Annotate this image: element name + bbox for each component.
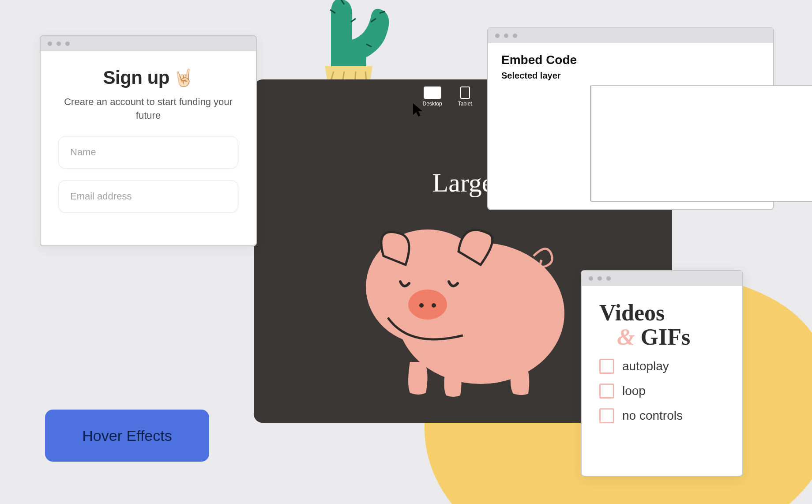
signup-title-text: Sign up (103, 67, 169, 88)
desktop-icon (424, 87, 441, 99)
option-loop[interactable]: loop (599, 384, 725, 399)
cactus-illustration (300, 0, 397, 93)
name-field[interactable] (58, 136, 238, 169)
window-dot (65, 41, 70, 46)
cursor-icon (412, 102, 424, 117)
device-label: Tablet (458, 101, 472, 107)
tablet-icon (460, 87, 470, 99)
svg-point-13 (419, 303, 424, 308)
window-dot (495, 34, 500, 38)
hover-button-label: Hover Effects (82, 427, 172, 444)
email-field[interactable] (58, 180, 238, 213)
videos-title-line1: Videos (599, 300, 665, 325)
pig-illustration (348, 203, 578, 397)
ampersand-icon: & (617, 324, 635, 350)
option-no-controls[interactable]: no controls (599, 408, 725, 423)
window-titlebar (488, 28, 773, 43)
rock-hand-icon: 🤘🏻 (173, 68, 194, 87)
checkbox-icon (599, 359, 614, 374)
signup-subtitle: Creare an account to start funding your … (58, 95, 238, 123)
option-autoplay[interactable]: autoplay (599, 359, 725, 374)
window-dot (504, 34, 508, 38)
device-label: Desktop (423, 101, 442, 107)
videos-title: Videos & GIFs (599, 301, 725, 349)
device-desktop-button[interactable]: Desktop (423, 87, 442, 107)
window-titlebar (41, 36, 256, 51)
window-dot (606, 276, 611, 281)
option-label: loop (622, 384, 646, 398)
svg-point-12 (408, 290, 447, 320)
window-dot (513, 34, 517, 38)
signup-window: Sign up 🤘🏻 Creare an account to start fu… (40, 35, 257, 246)
device-tablet-button[interactable]: Tablet (458, 87, 472, 107)
signup-title: Sign up 🤘🏻 (103, 67, 194, 88)
checkbox-icon (599, 384, 614, 399)
hover-effects-button[interactable]: Hover Effects (45, 410, 209, 462)
embed-code-textarea[interactable] (590, 85, 812, 202)
videos-title-line2: GIFs (640, 324, 690, 350)
videos-gifs-window: Videos & GIFs autoplay loop no controls (581, 270, 743, 477)
window-dot (56, 41, 61, 46)
option-label: autoplay (622, 359, 669, 373)
embed-subtitle: Selected layer (501, 71, 760, 81)
svg-point-14 (432, 303, 436, 308)
window-dot (598, 276, 602, 281)
embed-code-window: Embed Code Selected layer (487, 27, 774, 210)
window-titlebar (582, 271, 742, 286)
window-dot (48, 41, 52, 46)
option-label: no controls (622, 409, 683, 423)
checkbox-icon (599, 408, 614, 423)
window-dot (589, 276, 593, 281)
embed-title: Embed Code (501, 53, 760, 67)
